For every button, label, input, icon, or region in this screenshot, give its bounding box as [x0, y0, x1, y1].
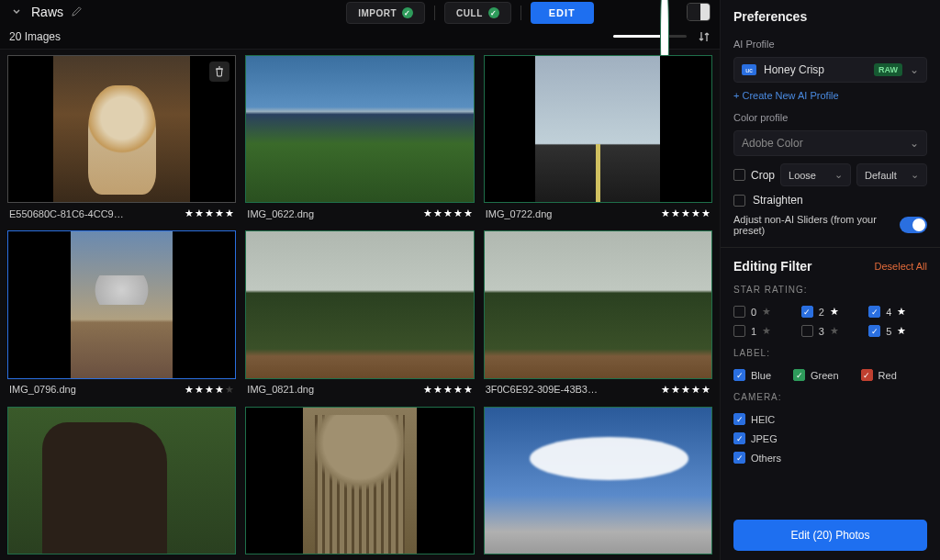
create-profile-link[interactable]: + Create New AI Profile: [733, 90, 927, 101]
star-filter-option[interactable]: 0 ★: [733, 306, 792, 318]
rating-stars[interactable]: ★★★★★: [423, 384, 473, 396]
thumbnail[interactable]: [484, 230, 712, 378]
filename-label: IMG_0622.dng: [247, 208, 314, 219]
checkbox[interactable]: [801, 325, 813, 337]
star-icon: ★: [443, 207, 453, 219]
star-icon: ★: [195, 384, 204, 396]
checkbox[interactable]: [733, 306, 745, 318]
ai-profile-select[interactable]: uc Honey Crisp RAW ⌄: [733, 57, 927, 83]
thumbnail-meta: E550680C-81C6-4CC9…★★★★★: [7, 203, 236, 221]
color-profile-label: Color profile: [733, 112, 927, 123]
image-card[interactable]: IMG_0796.dng★★★★★: [7, 230, 236, 397]
star-filter-option[interactable]: ✓2 ★: [801, 306, 860, 318]
thumbnail[interactable]: [7, 55, 236, 203]
back-chevron-icon[interactable]: [9, 5, 24, 19]
star-filter-option[interactable]: 1 ★: [733, 325, 792, 337]
separator: [434, 6, 435, 20]
app-header: Raws IMPORT ✓ CULL ✓ EDIT: [0, 0, 720, 24]
straighten-checkbox[interactable]: [733, 195, 745, 207]
label-filter-option[interactable]: ✓Green: [793, 369, 839, 381]
filename-label: E550680C-81C6-4CC9…: [9, 208, 124, 219]
adjust-sliders-toggle[interactable]: [900, 217, 927, 233]
rating-stars[interactable]: ★★★★★: [423, 207, 473, 219]
star-icon: ★: [830, 325, 839, 337]
thumbnail-meta: IMG_0722.dng★★★★★: [484, 203, 712, 221]
image-count-label: 20 Images: [9, 30, 61, 43]
filename-label: IMG_0796.dng: [9, 384, 76, 395]
star-icon: ★: [681, 207, 690, 219]
thumbnail[interactable]: [245, 407, 474, 554]
image-card[interactable]: 3F0C6E92-309E-43B3…★★★★★: [484, 230, 712, 397]
star-filter-option[interactable]: ✓5 ★: [868, 325, 927, 337]
thumbnail[interactable]: [484, 55, 712, 203]
checkbox[interactable]: ✓: [793, 369, 805, 381]
camera-heading: CAMERA:: [733, 392, 927, 402]
cull-tab[interactable]: CULL ✓: [444, 2, 511, 24]
thumbnail-meta: IMG_0796.dng★★★★★: [7, 379, 236, 398]
label-filter-option[interactable]: ✓Blue: [733, 369, 771, 381]
checkbox[interactable]: [733, 325, 745, 337]
thumbnail[interactable]: [7, 230, 236, 378]
star-icon: ★: [701, 384, 711, 396]
edit-tab-button[interactable]: EDIT: [531, 2, 594, 24]
deselect-all-link[interactable]: Deselect All: [875, 261, 927, 272]
crop-checkbox[interactable]: [733, 169, 745, 181]
thumbnail[interactable]: [245, 55, 474, 203]
star-icon: ★: [897, 306, 906, 318]
checkbox[interactable]: ✓: [861, 369, 873, 381]
thumbnail-meta: IMG_0821.dng★★★★★: [245, 379, 474, 398]
camera-filter-option[interactable]: ✓JPEG: [733, 432, 927, 444]
image-card[interactable]: [7, 407, 236, 554]
star-icon: ★: [691, 384, 700, 396]
checkbox[interactable]: ✓: [733, 369, 745, 381]
label-filter-option[interactable]: ✓Red: [861, 369, 897, 381]
import-tab[interactable]: IMPORT ✓: [346, 2, 425, 24]
image-card[interactable]: [484, 407, 712, 554]
sort-icon[interactable]: [698, 30, 711, 43]
thumbnail-meta: IMG_0622.dng★★★★★: [245, 203, 474, 221]
image-card[interactable]: IMG_0722.dng★★★★★: [484, 55, 712, 221]
checkbox[interactable]: ✓: [868, 325, 880, 337]
checkbox[interactable]: ✓: [733, 432, 745, 444]
star-filter-option[interactable]: ✓4 ★: [868, 306, 927, 318]
check-icon: ✓: [488, 7, 499, 18]
color-profile-value: Adobe Color: [742, 137, 803, 150]
edit-name-icon[interactable]: [71, 6, 84, 18]
star-icon: ★: [443, 384, 453, 396]
image-card[interactable]: E550680C-81C6-4CC9…★★★★★: [7, 55, 236, 221]
thumbnail[interactable]: [484, 407, 712, 554]
star-icon: ★: [225, 207, 234, 219]
rating-stars[interactable]: ★★★★★: [185, 207, 234, 219]
image-card[interactable]: IMG_0622.dng★★★★★: [245, 55, 474, 221]
edit-photos-button[interactable]: Edit (20) Photos: [733, 520, 927, 551]
ai-profile-value: Honey Crisp: [764, 63, 867, 76]
separator: [520, 6, 521, 20]
checkbox[interactable]: ✓: [801, 306, 813, 318]
crop-mode-select[interactable]: Loose⌄: [780, 163, 851, 186]
thumbnail[interactable]: [245, 230, 474, 378]
checkbox[interactable]: ✓: [733, 413, 745, 425]
import-label: IMPORT: [358, 8, 397, 18]
subheader: 20 Images: [0, 24, 720, 50]
rating-stars[interactable]: ★★★★★: [661, 207, 711, 219]
image-card[interactable]: IMG_0821.dng★★★★★: [245, 230, 474, 397]
trash-icon[interactable]: [209, 62, 229, 82]
chevron-down-icon: ⌄: [910, 137, 919, 150]
checkbox[interactable]: ✓: [733, 452, 745, 464]
star-rating-label: STAR RATING:: [733, 285, 927, 295]
workflow-tabs: IMPORT ✓ CULL ✓ EDIT: [118, 2, 720, 24]
image-card[interactable]: [245, 407, 474, 554]
star-filter-option[interactable]: 3 ★: [801, 325, 860, 337]
crop-preset-select[interactable]: Default⌄: [856, 163, 927, 186]
camera-filter-option[interactable]: ✓HEIC: [733, 413, 927, 425]
thumbnail-size-slider[interactable]: [613, 35, 687, 38]
rating-stars[interactable]: ★★★★★: [185, 384, 234, 396]
checkbox[interactable]: ✓: [868, 306, 880, 318]
color-profile-select[interactable]: Adobe Color ⌄: [733, 130, 927, 156]
thumbnail[interactable]: [7, 407, 236, 554]
star-icon: ★: [830, 306, 839, 318]
camera-filter-option[interactable]: ✓Others: [733, 452, 927, 464]
rating-stars[interactable]: ★★★★★: [661, 384, 711, 396]
star-icon: ★: [215, 384, 224, 396]
label-row: ✓Blue✓Green✓Red: [733, 369, 927, 381]
